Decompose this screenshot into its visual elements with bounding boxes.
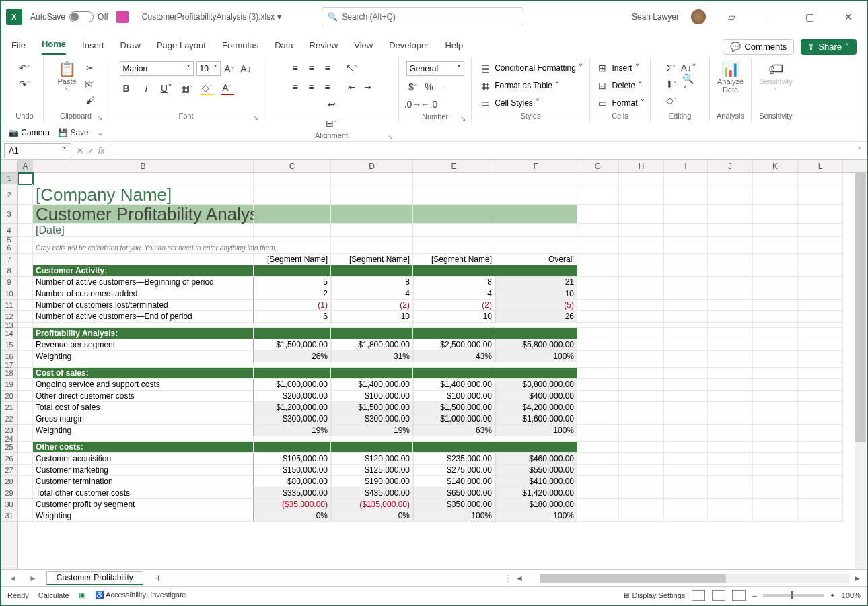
- decrease-font-button[interactable]: A↓: [240, 62, 253, 75]
- accessibility-button[interactable]: ♿ Accessibility: Investigate: [95, 591, 186, 599]
- autosave-toggle[interactable]: AutoSave Off: [30, 11, 108, 22]
- font-size-select[interactable]: 10˅: [196, 61, 221, 76]
- sheet-nav-prev[interactable]: ◄: [6, 574, 20, 583]
- italic-button[interactable]: I: [140, 81, 153, 95]
- col-K[interactable]: K: [753, 160, 798, 172]
- align-left-button[interactable]: ≡: [289, 80, 302, 94]
- sort-filter-button[interactable]: A↓˅: [682, 61, 696, 75]
- format-cells-button[interactable]: ▭Format ˅: [595, 96, 644, 110]
- tab-review[interactable]: Review: [310, 40, 338, 55]
- insert-cells-button[interactable]: ⊞Insert ˅: [595, 61, 639, 75]
- wrap-text-button[interactable]: ↩: [325, 98, 338, 111]
- zoom-out-button[interactable]: –: [752, 591, 756, 599]
- cut-button[interactable]: ✂: [83, 61, 97, 75]
- hscroll-left[interactable]: ◄: [515, 574, 524, 583]
- page-break-view-button[interactable]: [732, 590, 746, 601]
- borders-button[interactable]: ▦: [180, 81, 194, 95]
- decrease-decimal-button[interactable]: ←.0: [423, 98, 436, 111]
- col-G[interactable]: G: [577, 160, 619, 172]
- sheet-tab-active[interactable]: Customer Profitability: [46, 571, 143, 585]
- increase-decimal-button[interactable]: .0→: [406, 98, 420, 111]
- select-all-corner[interactable]: [1, 160, 18, 173]
- tab-developer[interactable]: Developer: [389, 40, 429, 55]
- increase-font-button[interactable]: A↑: [223, 62, 237, 75]
- name-box[interactable]: A1˅: [4, 143, 71, 158]
- col-H[interactable]: H: [619, 160, 664, 172]
- autosum-button[interactable]: Σ: [665, 61, 678, 75]
- split-handle-icon[interactable]: ⋮: [504, 574, 512, 583]
- undo-button[interactable]: ↶: [18, 61, 32, 75]
- close-button[interactable]: ✕: [835, 7, 862, 26]
- align-bottom-button[interactable]: ≡: [321, 61, 334, 75]
- cell-styles-button[interactable]: ▭Cell Styles ˅: [478, 96, 540, 110]
- fx-icon[interactable]: fx: [98, 146, 104, 156]
- merge-button[interactable]: ⊟: [325, 116, 338, 130]
- conditional-formatting-button[interactable]: ▤Conditional Formatting ˅: [478, 61, 583, 75]
- font-color-button[interactable]: A: [221, 81, 234, 95]
- col-D[interactable]: D: [331, 160, 413, 172]
- column-headers[interactable]: A B C D E F G H I J K L: [18, 160, 867, 173]
- vertical-scrollbar[interactable]: [855, 173, 866, 569]
- analyze-data-button[interactable]: 📊 Analyze Data: [715, 61, 746, 95]
- format-painter-button[interactable]: 🖌: [83, 94, 97, 107]
- formula-input[interactable]: [110, 143, 851, 158]
- sheet-cells[interactable]: [Company Name]Customer Profitability Ana…: [18, 173, 867, 522]
- col-I[interactable]: I: [664, 160, 708, 172]
- col-E[interactable]: E: [413, 160, 495, 172]
- increase-indent-button[interactable]: ⇥: [361, 80, 375, 94]
- tab-draw[interactable]: Draw: [120, 40, 141, 55]
- username[interactable]: Sean Lawyer: [632, 12, 679, 22]
- orientation-button[interactable]: ⭦: [345, 61, 359, 75]
- tab-data[interactable]: Data: [275, 40, 293, 55]
- align-right-button[interactable]: ≡: [321, 80, 334, 94]
- bold-button[interactable]: B: [120, 81, 133, 95]
- find-select-button[interactable]: 🔍˅: [682, 77, 696, 91]
- sheet-nav-next[interactable]: ►: [26, 574, 40, 583]
- qat-overflow-icon[interactable]: ⌄: [97, 128, 104, 137]
- tab-home[interactable]: Home: [42, 39, 66, 55]
- tab-view[interactable]: View: [354, 40, 373, 55]
- col-C[interactable]: C: [254, 160, 331, 172]
- col-A[interactable]: A: [18, 160, 33, 172]
- clear-button[interactable]: ◇: [665, 94, 678, 107]
- tab-formulas[interactable]: Formulas: [222, 40, 258, 55]
- horizontal-scrollbar[interactable]: [540, 574, 850, 583]
- zoom-slider[interactable]: [763, 594, 824, 597]
- redo-button[interactable]: ↷: [18, 77, 32, 91]
- normal-view-button[interactable]: [692, 590, 705, 601]
- macro-record-icon[interactable]: ▣: [79, 591, 85, 599]
- filename-dropdown-icon[interactable]: ▾: [277, 12, 281, 22]
- zoom-in-button[interactable]: +: [830, 591, 834, 599]
- decrease-indent-button[interactable]: ⇤: [345, 80, 359, 94]
- zoom-level[interactable]: 100%: [842, 591, 861, 599]
- percent-button[interactable]: %: [423, 80, 436, 94]
- tab-page-layout[interactable]: Page Layout: [157, 40, 206, 55]
- col-J[interactable]: J: [708, 160, 753, 172]
- underline-button[interactable]: U˅: [160, 81, 174, 95]
- tab-file[interactable]: File: [11, 40, 26, 55]
- col-B[interactable]: B: [33, 160, 254, 172]
- align-top-button[interactable]: ≡: [289, 61, 302, 75]
- align-center-button[interactable]: ≡: [305, 80, 318, 94]
- status-calculate[interactable]: Calculate: [38, 591, 69, 599]
- tab-insert[interactable]: Insert: [82, 40, 104, 55]
- save-button[interactable]: 💾 Save: [58, 128, 89, 137]
- expand-formula-bar-icon[interactable]: ˅: [851, 146, 867, 156]
- row-headers[interactable]: 1234567891011121314151617181920212223242…: [1, 160, 18, 569]
- maximize-button[interactable]: ▢: [796, 7, 823, 26]
- hscroll-right[interactable]: ►: [853, 574, 862, 583]
- font-name-select[interactable]: Marion˅: [120, 61, 194, 76]
- display-settings-button[interactable]: 🖥 Display Settings: [622, 591, 685, 599]
- filename[interactable]: CustomerProfitabilityAnalysis (3).xlsx: [142, 12, 275, 22]
- col-F[interactable]: F: [495, 160, 577, 172]
- fill-color-button[interactable]: ◇: [201, 81, 214, 95]
- comments-button[interactable]: 💬 Comments: [723, 39, 794, 55]
- cancel-formula-icon[interactable]: ✕: [77, 146, 83, 156]
- format-as-table-button[interactable]: ▦Format as Table ˅: [478, 79, 559, 92]
- share-button[interactable]: ⇪ Share ˅: [801, 39, 857, 55]
- comma-button[interactable]: ,: [439, 80, 452, 94]
- copy-button[interactable]: ⎘: [83, 77, 97, 91]
- save-icon[interactable]: [116, 11, 129, 23]
- avatar[interactable]: [691, 9, 706, 24]
- page-layout-view-button[interactable]: [712, 590, 725, 601]
